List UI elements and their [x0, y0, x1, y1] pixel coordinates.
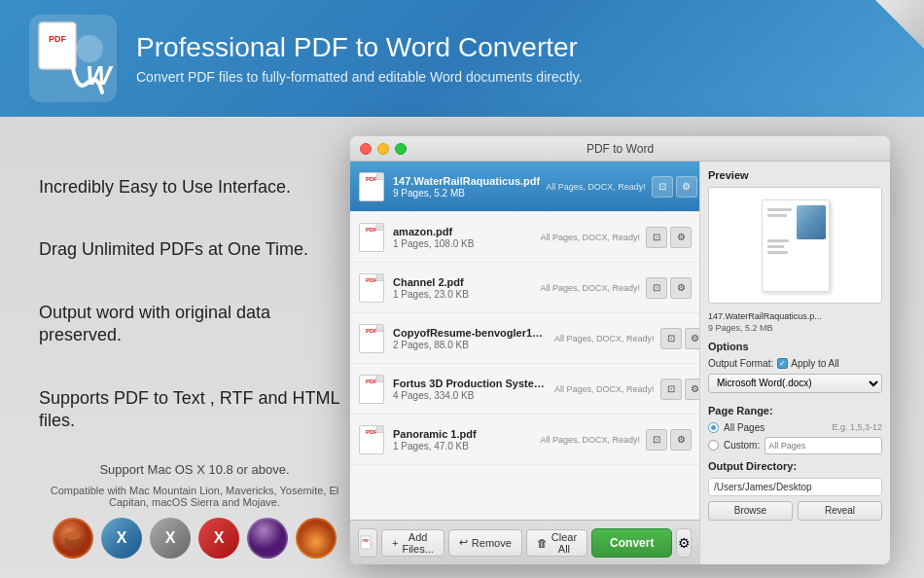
file-info-6: Panoramic 1.pdf 1 Pages, 47.0 KB	[393, 428, 534, 452]
file-action-btns-4: ⊡ ⚙	[660, 328, 699, 349]
bottom-info: Support Mac OS X 10.8 or above. Compatib…	[39, 452, 350, 559]
preview-line-2	[767, 214, 787, 217]
header-badge	[875, 0, 924, 49]
file-pages-3: 1 Pages, 23.0 KB	[393, 289, 534, 300]
window-minimize-button[interactable]	[377, 143, 389, 155]
file-pages-4: 2 Pages, 88.0 KB	[393, 340, 549, 350]
file-action-settings-2[interactable]: ⚙	[670, 227, 692, 248]
apply-all-option: Apply to All	[777, 358, 838, 369]
custom-label: Custom:	[724, 440, 760, 451]
file-action-preview-2[interactable]: ⊡	[646, 227, 667, 248]
app-logo: PDF W	[29, 15, 117, 102]
file-icon-3	[358, 272, 385, 304]
file-icon-4	[358, 323, 385, 354]
file-action-settings-5[interactable]: ⚙	[685, 379, 699, 400]
all-pages-row[interactable]: All Pages E.g. 1,5,3-12	[708, 422, 882, 433]
file-name-4: CopyofResume-benvogler11.pdf	[393, 327, 549, 339]
output-format-label: Output Format:	[708, 358, 773, 369]
support-text: Support Mac OS X 10.8 or above.	[39, 462, 350, 477]
add-files-button[interactable]: + Add Files...	[381, 529, 444, 557]
custom-radio[interactable]	[708, 440, 719, 451]
reveal-button[interactable]: Reveal	[798, 501, 882, 521]
file-status-3: All Pages, DOCX, Ready!	[540, 283, 640, 293]
file-status-4: All Pages, DOCX, Ready!	[554, 334, 655, 343]
file-item-5[interactable]: Fortus 3D Production Systems-Mac... 4 Pa…	[350, 364, 699, 415]
svg-text:PDF: PDF	[363, 539, 371, 543]
left-panel: Incredibly Easy to Use Interface. Drag U…	[0, 117, 379, 578]
file-icon-2	[358, 222, 385, 253]
window-title: PDF to Word	[586, 142, 654, 156]
file-action-settings-6[interactable]: ⚙	[670, 429, 692, 451]
clear-all-button[interactable]: 🗑 Clear All	[526, 529, 587, 557]
file-info-2: amazon.pdf 1 Pages, 108.0 KB	[393, 226, 534, 249]
preview-document	[762, 199, 830, 292]
radio-group: All Pages E.g. 1,5,3-12 Custom:	[708, 422, 882, 454]
file-action-btns-2: ⊡ ⚙	[646, 227, 692, 248]
file-action-settings-1[interactable]: ⚙	[676, 176, 697, 198]
file-pages-6: 1 Pages, 47.0 KB	[393, 441, 534, 452]
os-icon-el-capitan: X	[198, 518, 239, 559]
file-action-preview-3[interactable]: ⊡	[646, 277, 667, 299]
file-item-1[interactable]: 147.WaterRailRaquaticus.pdf 9 Pages, 5.2…	[350, 162, 699, 212]
svg-text:PDF: PDF	[49, 34, 67, 44]
os-icon-mojave	[296, 518, 337, 559]
file-name-1: 147.WaterRailRaquaticus.pdf	[393, 175, 540, 187]
os-icon-sierra	[247, 518, 288, 559]
header-text: Professional PDF to Word Converter Conve…	[136, 32, 583, 85]
dir-buttons: Browse Reveal	[708, 501, 882, 521]
file-list: 147.WaterRailRaquaticus.pdf 9 Pages, 5.2…	[350, 162, 699, 520]
file-item-3[interactable]: Channel 2.pdf 1 Pages, 23.0 KB All Pages…	[350, 263, 699, 313]
file-list-panel: 147.WaterRailRaquaticus.pdf 9 Pages, 5.2…	[350, 162, 700, 564]
file-action-preview-5[interactable]: ⊡	[660, 379, 682, 400]
preview-line-1	[767, 208, 792, 211]
output-dir-section: Output Directory: /Users/James/Desktop B…	[708, 460, 882, 521]
file-info-1: 147.WaterRailRaquaticus.pdf 9 Pages, 5.2…	[393, 175, 540, 199]
os-icon-mavericks: X	[101, 518, 142, 559]
file-action-settings-3[interactable]: ⚙	[670, 277, 692, 299]
os-icon-yosemite: X	[150, 518, 191, 559]
main-area: Incredibly Easy to Use Interface. Drag U…	[0, 117, 924, 578]
file-status-1: All Pages, DOCX, Ready!	[546, 182, 646, 192]
preview-line-3	[767, 239, 790, 242]
browse-button[interactable]: Browse	[708, 501, 793, 521]
page-range-section: Page Range: All Pages E.g. 1,5,3-12 Cust…	[708, 405, 882, 454]
toolbar: PDF + Add Files... ↩ Remove 🗑 Clear All	[350, 520, 699, 564]
app-window: PDF to Word 147.WaterRailRaquaticus.pdf …	[350, 136, 890, 564]
output-dir-label: Output Directory:	[708, 460, 882, 472]
settings-button[interactable]: ⚙	[676, 528, 692, 558]
options-label: Options	[708, 341, 882, 352]
file-item-4[interactable]: CopyofResume-benvogler11.pdf 2 Pages, 88…	[350, 313, 699, 364]
format-select[interactable]: Microsoft Word(.docx)	[708, 374, 882, 393]
feature-4: Supports PDF to Text , RTF and HTML file…	[39, 381, 350, 439]
convert-button[interactable]: Convert	[591, 528, 672, 558]
file-action-btns-5: ⊡ ⚙	[660, 379, 699, 400]
file-item-6[interactable]: Panoramic 1.pdf 1 Pages, 47.0 KB All Pag…	[350, 415, 699, 465]
file-action-preview-4[interactable]: ⊡	[660, 328, 682, 349]
custom-range-input[interactable]	[764, 437, 882, 454]
file-icon-5	[358, 374, 385, 405]
file-action-settings-4[interactable]: ⚙	[685, 328, 699, 349]
all-pages-radio[interactable]	[708, 422, 719, 433]
header: PDF W Professional PDF to Word Converter…	[0, 0, 924, 117]
window-maximize-button[interactable]	[395, 143, 407, 155]
file-icon-6	[358, 424, 385, 455]
file-info-5: Fortus 3D Production Systems-Mac... 4 Pa…	[393, 378, 549, 401]
file-name-6: Panoramic 1.pdf	[393, 428, 534, 440]
svg-rect-1	[39, 22, 76, 69]
file-icon-1	[358, 171, 385, 202]
remove-button[interactable]: ↩ Remove	[448, 529, 522, 557]
file-name-2: amazon.pdf	[393, 226, 534, 237]
window-titlebar: PDF to Word	[350, 136, 890, 162]
apply-all-checkbox[interactable]	[777, 358, 788, 369]
preview-line-5	[767, 251, 788, 254]
feature-1: Incredibly Easy to Use Interface.	[39, 170, 350, 204]
file-action-preview-6[interactable]: ⊡	[646, 429, 667, 451]
window-close-button[interactable]	[360, 143, 372, 155]
file-action-preview-1[interactable]: ⊡	[652, 176, 673, 198]
toolbar-app-icon[interactable]: PDF	[358, 528, 377, 558]
preview-line-4	[767, 245, 785, 248]
preview-fileinfo: 9 Pages, 5.2 MB	[708, 323, 882, 333]
window-buttons	[360, 143, 407, 155]
file-item-2[interactable]: amazon.pdf 1 Pages, 108.0 KB All Pages, …	[350, 212, 699, 263]
file-action-btns-1: ⊡ ⚙	[652, 176, 697, 198]
